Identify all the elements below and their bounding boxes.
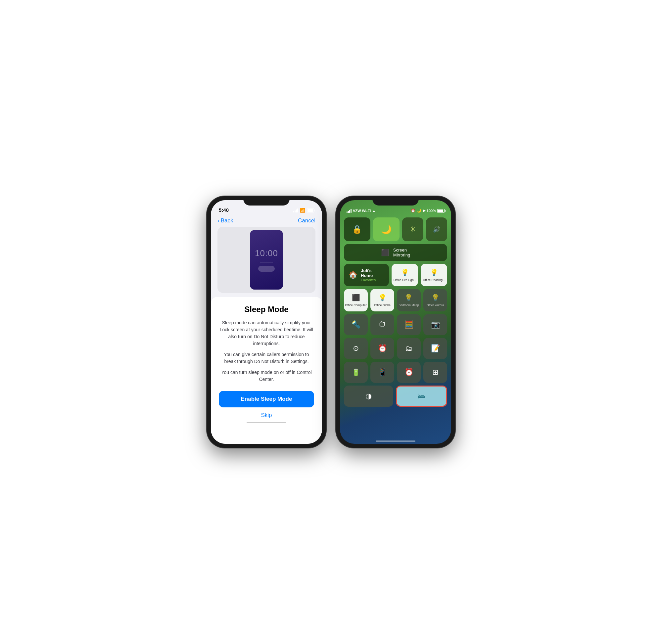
status-right: ⏰ 🌙 ▶ 100% bbox=[411, 208, 444, 213]
invert-colors-button[interactable]: ◑ bbox=[344, 386, 393, 407]
bulb-icon-1: 💡 bbox=[401, 268, 409, 276]
office-aurora-label: Office Aurora bbox=[427, 303, 444, 307]
bulb-icon-3: 💡 bbox=[378, 294, 387, 301]
bedroom-meep-label: Bedroom Meep bbox=[398, 303, 419, 307]
calculator-button[interactable]: 🧮 bbox=[397, 314, 421, 335]
invert-icon: ◑ bbox=[365, 392, 372, 400]
home-icon: 🏠 bbox=[348, 271, 358, 279]
row-7: 🔋 📱 ⏰ ⊞ bbox=[344, 362, 447, 383]
timer-button[interactable]: ⏱ bbox=[370, 314, 394, 335]
compass-button[interactable]: ⊙ bbox=[344, 338, 368, 359]
volume-button[interactable]: 🔊 bbox=[426, 217, 447, 241]
sleep-mode-button[interactable]: 🛏 bbox=[396, 386, 447, 407]
moon-icon: 🌙 bbox=[381, 224, 392, 235]
back-label: Back bbox=[221, 217, 233, 224]
sleep-mode-icon: 🛏 bbox=[417, 391, 426, 401]
status-bar: 5:40 📶 bbox=[211, 200, 322, 215]
office-computer-label: Office Computer bbox=[345, 303, 366, 307]
description-1: Sleep mode can automatically simplify yo… bbox=[219, 319, 314, 347]
brightness-icon: ✳ bbox=[410, 225, 416, 234]
sleep-mode-content: Sleep Mode Sleep mode can automatically … bbox=[211, 297, 322, 444]
volume-down-button-2 bbox=[336, 276, 336, 294]
skip-button[interactable]: Skip bbox=[261, 412, 272, 419]
control-center-grid: 🔒 🌙 ✳ 🔊 ⬛ ScreenMirro bbox=[340, 215, 451, 440]
phone2-screen: VZW Wi-Fi ▲ ⏰ 🌙 ▶ 100% bbox=[340, 200, 451, 444]
office-reading-button[interactable]: 💡 Office Reading... bbox=[421, 264, 447, 286]
rotation-lock-button[interactable]: 🔒 bbox=[344, 217, 370, 241]
sleep-mode-title: Sleep Mode bbox=[244, 305, 288, 314]
office-aurora-button[interactable]: 💡 Office Aurora bbox=[424, 289, 447, 312]
notes-icon: 📝 bbox=[431, 344, 440, 353]
office-eve-button[interactable]: 💡 Office Eve Ligh... bbox=[392, 264, 418, 286]
screen-mirroring-button[interactable]: ⬛ ScreenMirroring bbox=[344, 244, 447, 261]
remote-icon: 📱 bbox=[378, 368, 387, 376]
battery-widget-button[interactable]: 🔋 bbox=[344, 362, 368, 383]
phone-1: 5:40 📶 bbox=[207, 196, 326, 448]
cancel-button[interactable]: Cancel bbox=[298, 217, 316, 224]
status-time: 5:40 bbox=[219, 207, 229, 213]
wifi-icon-2: ▲ bbox=[372, 209, 376, 213]
dnd-icon: 🌙 bbox=[417, 208, 421, 213]
notes-button[interactable]: 📝 bbox=[424, 338, 447, 359]
office-globe-button[interactable]: 💡 Office Globe bbox=[370, 289, 394, 312]
bedroom-meep-button[interactable]: 💡 Bedroom Meep bbox=[397, 289, 421, 312]
status-icons: 📶 bbox=[293, 208, 314, 213]
wifi-icon: 📶 bbox=[300, 208, 305, 213]
wallet-button[interactable]: 🗂 bbox=[397, 338, 421, 359]
compass-icon: ⊙ bbox=[353, 344, 359, 353]
alarm-icon-cc: ⏰ bbox=[405, 368, 413, 376]
carrier-label: VZW Wi-Fi bbox=[353, 209, 371, 213]
rotation-lock-icon: 🔒 bbox=[352, 225, 362, 234]
description-2: You can give certain callers permission … bbox=[219, 351, 314, 365]
qr-button[interactable]: ⊞ bbox=[424, 362, 447, 383]
mock-time: 10:00 bbox=[255, 248, 278, 258]
mock-bar bbox=[260, 262, 273, 262]
volume-icon: 🔊 bbox=[433, 226, 440, 233]
remote-button[interactable]: 📱 bbox=[370, 362, 394, 383]
battery-icon-2 bbox=[437, 209, 444, 213]
row-6: ⊙ ⏰ 🗂 📝 bbox=[344, 338, 447, 359]
silent-switch bbox=[207, 236, 207, 249]
brightness-button[interactable]: ✳ bbox=[402, 217, 424, 241]
plug-icon: ⬛ bbox=[352, 294, 360, 301]
location-icon-2: ▶ bbox=[423, 208, 425, 213]
phone1-screen: 5:40 📶 bbox=[211, 200, 322, 444]
navigation-bar: ‹ Back Cancel bbox=[211, 215, 322, 227]
home-indicator-2 bbox=[376, 440, 415, 442]
screen-mirroring-label: ScreenMirroring bbox=[393, 248, 410, 257]
signal-icon-2 bbox=[346, 209, 351, 213]
home-indicator bbox=[247, 422, 286, 423]
flashlight-button[interactable]: 🔦 bbox=[344, 314, 368, 335]
silent-switch-2 bbox=[336, 236, 336, 249]
calculator-icon: 🧮 bbox=[405, 320, 413, 329]
volume-up-button-2 bbox=[336, 254, 336, 272]
row-5: 🔦 ⏱ 🧮 📷 bbox=[344, 314, 447, 335]
camera-button[interactable]: 📷 bbox=[424, 314, 447, 335]
home-button[interactable]: 🏠 Juli's Home Favorites bbox=[344, 264, 389, 286]
back-button[interactable]: ‹ Back bbox=[218, 217, 233, 224]
clock-button[interactable]: ⏰ bbox=[370, 338, 394, 359]
row-3: 🏠 Juli's Home Favorites 💡 Office Eve Lig… bbox=[344, 264, 447, 286]
alarm-button[interactable]: ⏰ bbox=[397, 362, 421, 383]
wallet-icon: 🗂 bbox=[405, 344, 412, 353]
battery-percent: 100% bbox=[427, 209, 436, 213]
screen-mirroring-icon: ⬛ bbox=[381, 249, 389, 256]
phones-container: 5:40 📶 bbox=[207, 196, 455, 448]
enable-sleep-mode-button[interactable]: Enable Sleep Mode bbox=[219, 391, 314, 407]
battery-icon bbox=[307, 208, 314, 213]
row-2: ⬛ ScreenMirroring bbox=[344, 244, 447, 261]
row-1: 🔒 🌙 ✳ 🔊 bbox=[344, 217, 447, 241]
description-3: You can turn sleep mode on or off in Con… bbox=[219, 369, 314, 383]
bulb-icon-5: 💡 bbox=[431, 294, 439, 301]
do-not-disturb-button[interactable]: 🌙 bbox=[373, 217, 400, 241]
office-computer-button[interactable]: ⬛ Office Computer bbox=[344, 289, 368, 312]
bulb-icon-2: 💡 bbox=[430, 268, 438, 276]
bulb-icon-4: 💡 bbox=[405, 294, 413, 301]
power-button bbox=[326, 249, 326, 272]
home-sub: Favorites bbox=[361, 278, 384, 282]
row-4: ⬛ Office Computer 💡 Office Globe 💡 bbox=[344, 289, 447, 312]
phone-2: VZW Wi-Fi ▲ ⏰ 🌙 ▶ 100% bbox=[336, 196, 455, 448]
flashlight-icon: 🔦 bbox=[351, 320, 361, 329]
signal-icon bbox=[293, 208, 298, 212]
status-left: VZW Wi-Fi ▲ bbox=[346, 209, 376, 213]
